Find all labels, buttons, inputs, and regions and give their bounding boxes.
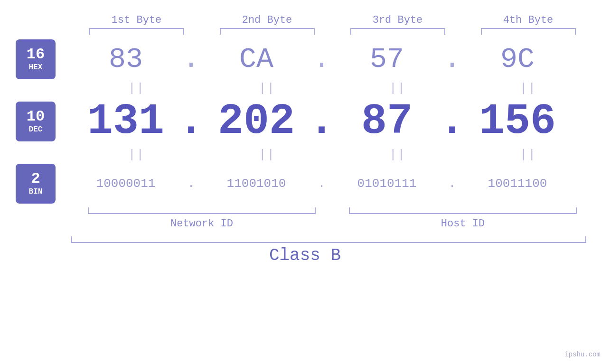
bin-b3: 01010111: [357, 177, 417, 191]
bin-b2-cell: 11001010: [202, 177, 311, 191]
byte-labels-row: 1st Byte 2nd Byte 3rd Byte 4th Byte: [0, 14, 610, 26]
hex-values-row: 83 . CA . 57 . 9C: [71, 43, 610, 75]
dec-dot2: .: [311, 97, 332, 146]
equals-row-1: || || || ||: [0, 81, 610, 95]
bin-row: 2 BIN 10000011 . 11001010 . 01010111 .: [0, 164, 610, 204]
eq1-b2: ||: [202, 81, 332, 95]
hex-row: 16 HEX 83 . CA . 57 . 9C: [0, 39, 610, 79]
bin-b4-cell: 10011100: [463, 177, 572, 191]
top-brackets: [0, 28, 610, 35]
byte1-label: 1st Byte: [71, 14, 202, 26]
dec-badge-col: 10 DEC: [0, 102, 71, 141]
bracket-4: [481, 28, 576, 35]
network-bracket: [88, 207, 316, 214]
bin-badge: 2 BIN: [16, 164, 56, 204]
bracket-cell-1: [71, 28, 202, 35]
bin-badge-col: 2 BIN: [0, 164, 71, 204]
bracket-1: [89, 28, 184, 35]
hex-b2: CA: [239, 43, 273, 75]
dec-dot1: .: [180, 97, 202, 146]
hex-b2-cell: CA: [202, 43, 311, 75]
dec-badge-label: DEC: [29, 125, 43, 134]
dec-b3-cell: 87: [332, 97, 441, 146]
hex-badge-col: 16 HEX: [0, 39, 71, 79]
hex-b3-cell: 57: [332, 43, 441, 75]
bin-b4: 10011100: [488, 177, 547, 191]
host-bracket: [349, 207, 577, 214]
network-host-row: Network ID Host ID: [0, 207, 610, 230]
bin-dot2: .: [311, 177, 332, 191]
bin-b3-cell: 01010111: [332, 177, 441, 191]
byte2-label: 2nd Byte: [202, 14, 332, 26]
hex-badge-num: 16: [27, 47, 45, 62]
dec-b3: 87: [361, 97, 413, 146]
hex-dot3: .: [441, 43, 463, 75]
bin-b1-cell: 10000011: [71, 177, 180, 191]
bin-b1: 10000011: [96, 177, 156, 191]
bin-b2: 11001010: [227, 177, 286, 191]
bracket-2: [220, 28, 315, 35]
hex-b1-cell: 83: [71, 43, 180, 75]
dec-b1-cell: 131: [71, 97, 180, 146]
dec-b2: 202: [218, 97, 295, 146]
dec-badge-num: 10: [27, 109, 45, 124]
bin-badge-label: BIN: [29, 187, 43, 196]
host-id-label: Host ID: [441, 218, 485, 230]
host-bracket-wrap: Host ID: [332, 207, 593, 230]
hex-b3: 57: [370, 43, 404, 75]
hex-badge-label: HEX: [29, 63, 43, 72]
dec-b4: 156: [479, 97, 556, 146]
byte3-label: 3rd Byte: [332, 14, 463, 26]
eq2-b4: ||: [463, 148, 593, 162]
hex-b4-cell: 9C: [463, 43, 572, 75]
class-bracket-row: [0, 236, 610, 243]
network-bracket-wrap: Network ID: [71, 207, 332, 230]
dec-b4-cell: 156: [463, 97, 572, 146]
dec-dot3: .: [441, 97, 463, 146]
bracket-3: [350, 28, 445, 35]
hex-b1: 83: [109, 43, 143, 75]
bracket-cell-4: [463, 28, 593, 35]
watermark: ipshu.com: [564, 351, 601, 358]
eq1-b4: ||: [463, 81, 593, 95]
network-id-label: Network ID: [170, 218, 233, 230]
eq2-b1: ||: [71, 148, 202, 162]
bin-dot3: .: [441, 177, 463, 191]
dec-row: 10 DEC 131 . 202 . 87 . 156: [0, 97, 610, 146]
byte4-label: 4th Byte: [463, 14, 593, 26]
bin-dot1: .: [180, 177, 202, 191]
class-bracket: [71, 236, 586, 243]
bracket-cell-3: [332, 28, 463, 35]
dec-b1: 131: [87, 97, 164, 146]
bracket-cell-2: [202, 28, 332, 35]
hex-badge: 16 HEX: [16, 39, 56, 79]
eq1-b1: ||: [71, 81, 202, 95]
bin-badge-num: 2: [31, 171, 40, 187]
dec-b2-cell: 202: [202, 97, 311, 146]
hex-dot2: .: [311, 43, 332, 75]
bin-values-row: 10000011 . 11001010 . 01010111 . 1001110…: [71, 177, 610, 191]
class-label: Class B: [269, 246, 341, 265]
equals-row-2: || || || ||: [0, 148, 610, 162]
dec-values-row: 131 . 202 . 87 . 156: [71, 97, 610, 146]
hex-dot1: .: [180, 43, 202, 75]
eq1-b3: ||: [332, 81, 463, 95]
dec-badge: 10 DEC: [16, 102, 56, 141]
hex-b4: 9C: [500, 43, 535, 75]
class-label-row: Class B: [0, 246, 610, 265]
eq2-b2: ||: [202, 148, 332, 162]
eq2-b3: ||: [332, 148, 463, 162]
main-container: 1st Byte 2nd Byte 3rd Byte 4th Byte 16 H…: [0, 0, 610, 364]
